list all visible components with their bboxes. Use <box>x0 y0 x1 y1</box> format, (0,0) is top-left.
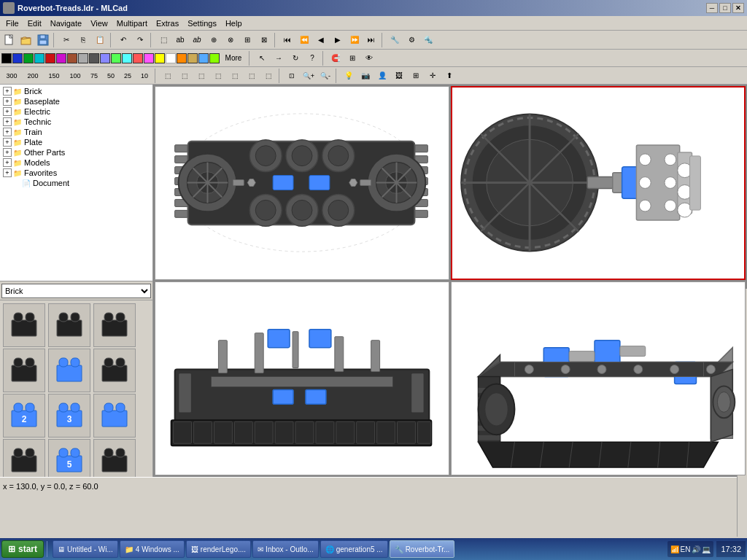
paste-button[interactable]: 📋 <box>92 32 108 48</box>
expand-icon[interactable]: + <box>3 168 12 177</box>
tree-item-technic[interactable]: +📁Technic <box>1 117 151 127</box>
new-button[interactable] <box>1 32 18 48</box>
open-button[interactable] <box>18 32 34 48</box>
tree-item-other-parts[interactable]: +📁Other Parts <box>1 147 151 158</box>
zoom-50[interactable]: 50 <box>103 68 119 84</box>
color-red[interactable] <box>45 53 55 63</box>
arrow-tool[interactable]: → <box>271 50 287 66</box>
menu-item-edit[interactable]: Edit <box>23 18 46 29</box>
tree-item-plate[interactable]: +📁Plate <box>1 137 151 147</box>
tool-a[interactable]: 🔧 <box>387 32 403 48</box>
part-item[interactable] <box>93 439 136 477</box>
part-item[interactable] <box>3 349 45 392</box>
grid2-tool[interactable]: ⊞ <box>408 68 424 84</box>
snap-tool[interactable]: 🧲 <box>328 50 344 66</box>
light-tool[interactable]: 💡 <box>341 68 357 84</box>
menu-item-help[interactable]: Help <box>221 18 247 29</box>
taskbar-render[interactable]: 🖼 renderLego.... <box>186 540 251 558</box>
part-item[interactable]: 5 <box>48 439 90 477</box>
text-button[interactable]: ab <box>172 32 188 48</box>
part-item[interactable] <box>48 349 90 392</box>
part-item[interactable] <box>93 394 136 438</box>
camera-tool[interactable]: 📷 <box>357 68 374 84</box>
play-start-button[interactable]: ⏮ <box>279 32 295 48</box>
view-top[interactable]: ⬚ <box>227 68 243 84</box>
part-item[interactable]: 2 <box>3 394 45 438</box>
text2-button[interactable]: ab <box>189 32 205 48</box>
color-magenta[interactable] <box>56 53 66 63</box>
expand-icon[interactable]: + <box>3 128 12 136</box>
color-black[interactable] <box>1 53 12 63</box>
save-button[interactable] <box>35 32 51 48</box>
person-tool[interactable]: 👤 <box>374 68 390 84</box>
part-item[interactable] <box>3 439 45 477</box>
color-lightcyan[interactable] <box>122 53 132 63</box>
render-tool[interactable]: 🖼 <box>391 68 407 84</box>
tree-item-favorites[interactable]: +📁Favorites <box>1 168 151 178</box>
menu-item-settings[interactable]: Settings <box>183 18 221 29</box>
expand-icon[interactable]: + <box>3 138 12 147</box>
menu-item-navigate[interactable]: Navigate <box>46 18 86 29</box>
maximize-button[interactable]: □ <box>719 3 731 13</box>
help-tool[interactable]: ? <box>304 50 320 66</box>
expand-icon[interactable]: + <box>3 148 12 157</box>
start-button[interactable]: ⊞ start <box>1 540 44 558</box>
tree-item-brick[interactable]: +📁Brick <box>1 86 151 96</box>
color-green[interactable] <box>23 53 34 63</box>
zoomout-button[interactable]: 🔍- <box>317 68 333 84</box>
color-blue[interactable] <box>12 53 23 63</box>
color-white[interactable] <box>166 53 176 63</box>
cut-button[interactable]: ✂ <box>58 32 74 48</box>
play-back-button[interactable]: ◀ <box>313 32 329 48</box>
tool-b[interactable]: ⚙ <box>403 32 419 48</box>
grid-tool[interactable]: ⊞ <box>344 50 360 66</box>
rotation-tool[interactable]: ↻ <box>287 50 303 66</box>
zoom-200[interactable]: 200 <box>23 68 43 84</box>
color-darkgray[interactable] <box>89 53 99 63</box>
tool4-button[interactable]: ⊗ <box>222 32 239 48</box>
color-gray[interactable] <box>78 53 88 63</box>
viewport-front[interactable] <box>155 281 449 475</box>
parts-category-select[interactable]: Brick <box>1 284 151 298</box>
more-colors-button[interactable]: More <box>220 52 247 65</box>
color-lightred[interactable] <box>133 53 143 63</box>
expand-icon[interactable]: + <box>3 158 12 167</box>
view-bottom[interactable]: ⬚ <box>244 68 260 84</box>
tree-item-document[interactable]: 📄Document <box>1 178 151 188</box>
taskbar-roverbot[interactable]: 🔧 Roverbot-Tr... <box>390 540 455 558</box>
redo-button[interactable]: ↷ <box>132 32 148 48</box>
tree-item-models[interactable]: +📁Models <box>1 158 151 168</box>
taskbar-windows[interactable]: 📁 4 Windows ... <box>120 540 185 558</box>
zoom-300[interactable]: 300 <box>1 68 22 84</box>
expand-icon[interactable]: + <box>3 107 12 116</box>
part-item[interactable] <box>93 303 136 347</box>
play-prev-button[interactable]: ⏪ <box>296 32 312 48</box>
expand-icon[interactable]: + <box>3 87 12 96</box>
color-lightgreen[interactable] <box>111 53 121 63</box>
close-button[interactable]: ✕ <box>732 3 744 13</box>
viewport-side[interactable] <box>451 86 746 280</box>
copy-button[interactable]: ⎘ <box>75 32 91 48</box>
color-lime[interactable] <box>209 53 220 63</box>
menu-item-extras[interactable]: Extras <box>152 18 183 29</box>
taskbar-untitled[interactable]: 🖥 Untitled - Wi... <box>53 540 118 558</box>
part-item[interactable] <box>48 303 90 347</box>
zoomin-button[interactable]: 🔍+ <box>301 68 317 84</box>
viewport-top[interactable] <box>155 86 449 280</box>
tool-c[interactable]: 🔩 <box>420 32 436 48</box>
color-lightblue[interactable] <box>100 53 110 63</box>
taskbar-inbox[interactable]: ✉ Inbox - Outlo... <box>252 540 319 558</box>
zoom-75[interactable]: 75 <box>86 68 102 84</box>
tool5-button[interactable]: ⊞ <box>239 32 255 48</box>
viewport-3d[interactable] <box>451 281 746 475</box>
tree-item-train[interactable]: +📁Train <box>1 127 151 137</box>
play-end-button[interactable]: ⏭ <box>363 32 379 48</box>
view-back[interactable]: ⬚ <box>177 68 193 84</box>
tree-item-electric[interactable]: +📁Electric <box>1 106 151 117</box>
undo-button[interactable]: ↶ <box>115 32 131 48</box>
tool3-button[interactable]: ⊕ <box>206 32 222 48</box>
part-item[interactable] <box>3 303 45 347</box>
color-pink[interactable] <box>144 53 154 63</box>
pointer-tool[interactable]: ↖ <box>254 50 270 66</box>
minimize-button[interactable]: ─ <box>706 3 718 13</box>
